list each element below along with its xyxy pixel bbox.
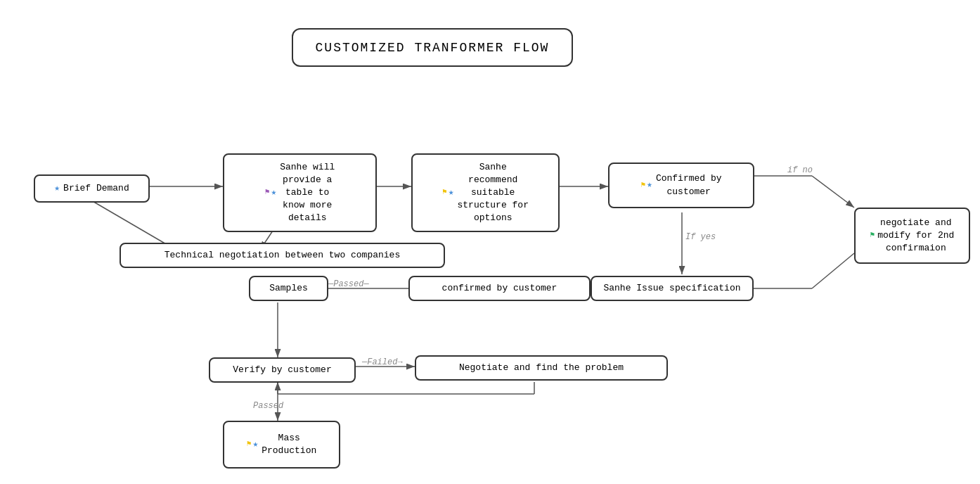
- node-mass-production: ⚑ ★ Mass Production: [223, 421, 340, 469]
- star-blue-icon5: ★: [252, 438, 258, 451]
- star-blue-icon4: ★: [647, 179, 652, 191]
- node-technical-negotiation: Technical negotiation between two compan…: [120, 243, 445, 268]
- flag-purple-icon: ⚑: [265, 187, 270, 198]
- label-passed2: Passed: [253, 401, 283, 411]
- node-negotiate-modify: ⚑ negotiate and modify for 2nd confirmai…: [854, 208, 970, 264]
- flag-green-icon: ⚑: [870, 230, 875, 241]
- node-sanhe-table: ⚑ ★ Sanhe will provide a table to know m…: [223, 153, 377, 232]
- svg-line-7: [812, 253, 854, 288]
- star-blue-icon3: ★: [449, 186, 454, 199]
- diagram-container: CUSTOMIZED TRANFORMER FLOW ★ Brief Deman…: [0, 0, 980, 484]
- node-confirmed-customer: ⚑ ★ Confirmed by customer: [608, 163, 754, 208]
- node-samples: Samples: [249, 276, 328, 301]
- arrows-svg: [0, 0, 980, 484]
- node-brief-demand: ★ Brief Demand: [34, 174, 150, 203]
- label-if-no: if no: [787, 165, 813, 175]
- node-confirmed-customer2: confirmed by customer: [408, 276, 591, 301]
- flag-yellow-icon: ⚑: [442, 187, 447, 198]
- label-if-yes: If yes: [685, 232, 716, 242]
- diagram-title: CUSTOMIZED TRANFORMER FLOW: [292, 28, 573, 67]
- flag-yellow-icon2: ⚑: [640, 180, 645, 191]
- star-blue-icon2: ★: [271, 186, 276, 199]
- svg-line-5: [812, 176, 854, 208]
- node-sanhe-recommend: ⚑ ★ Sanhe recommend suitable structure f…: [411, 153, 560, 232]
- label-passed: —Passed—: [328, 279, 369, 289]
- node-sanhe-issue: Sanhe Issue specification: [591, 276, 754, 301]
- flag-yellow-icon3: ⚑: [247, 439, 252, 450]
- star-blue-icon: ★: [54, 182, 60, 195]
- node-negotiate-find: Negotiate and find the problem: [415, 355, 668, 381]
- node-verify-customer: Verify by customer: [209, 357, 356, 383]
- label-failed: —Failed→: [362, 357, 403, 367]
